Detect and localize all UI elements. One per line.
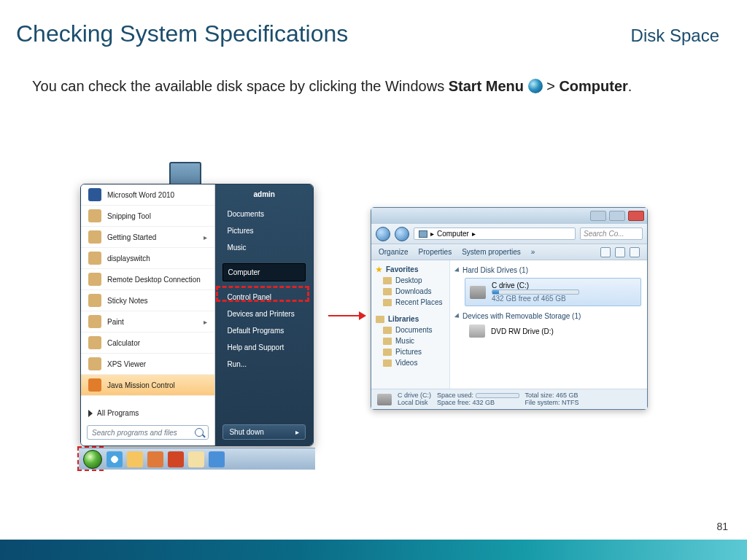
close-button[interactable] bbox=[628, 211, 644, 221]
start-item[interactable]: Snipping Tool bbox=[81, 206, 214, 227]
taskbar-paint-icon[interactable] bbox=[188, 451, 204, 467]
search-icon bbox=[195, 428, 204, 437]
sidebar-item[interactable]: Recent Places bbox=[376, 297, 445, 308]
sidebar-favorites-header[interactable]: ★Favorites bbox=[376, 264, 445, 275]
start-link[interactable]: Control Panel bbox=[222, 289, 306, 306]
drive-dvd[interactable]: DVD RW Drive (D:) bbox=[465, 322, 641, 341]
category-removable[interactable]: Devices with Removable Storage (1) bbox=[456, 311, 641, 322]
toolbar-properties[interactable]: Properties bbox=[419, 248, 452, 256]
sidebar-item[interactable]: Desktop bbox=[376, 275, 445, 286]
taskbar-media-icon[interactable] bbox=[147, 451, 163, 467]
start-link[interactable]: Pictures bbox=[222, 222, 306, 239]
nav-back-button[interactable] bbox=[376, 227, 390, 241]
status-fs: File system: NTFS bbox=[525, 400, 579, 407]
drive-c[interactable]: C drive (C:) 432 GB free of 465 GB bbox=[465, 278, 641, 306]
start-item[interactable]: XPS Viewer bbox=[81, 354, 214, 375]
start-item[interactable]: Calculator bbox=[81, 332, 214, 354]
start-item-label: Microsoft Word 2010 bbox=[107, 191, 174, 199]
start-user-name: admin bbox=[222, 190, 306, 206]
page-title: Checking System Specifications bbox=[16, 20, 348, 47]
sidebar-item[interactable]: Pictures bbox=[376, 346, 445, 357]
library-icon bbox=[383, 327, 392, 334]
maximize-button[interactable] bbox=[609, 211, 625, 221]
start-search-input[interactable]: Search programs and files bbox=[87, 425, 209, 440]
explorer-titlebar bbox=[371, 208, 647, 224]
preview-icon[interactable] bbox=[615, 247, 625, 257]
drive-icon bbox=[470, 286, 486, 299]
start-item[interactable]: displayswitch bbox=[81, 248, 214, 269]
explorer-sidebar: ★Favorites DesktopDownloadsRecent Places… bbox=[371, 260, 450, 389]
arrow-right-icon bbox=[88, 410, 93, 417]
app-icon bbox=[88, 378, 101, 392]
sidebar-item-label: Pictures bbox=[395, 348, 422, 356]
taskbar-app-icon[interactable] bbox=[209, 451, 225, 467]
dvd-icon bbox=[469, 324, 485, 338]
favorites-label: Favorites bbox=[386, 265, 418, 273]
toolbar-sysprops[interactable]: System properties bbox=[462, 248, 521, 256]
app-icon bbox=[88, 315, 101, 328]
start-link[interactable]: Run... bbox=[222, 356, 306, 373]
breadcrumb-text: Computer bbox=[437, 230, 469, 238]
start-item[interactable]: Sticky Notes bbox=[81, 290, 214, 311]
drive-free: 432 GB free of 465 GB bbox=[492, 295, 636, 303]
category-hdd[interactable]: Hard Disk Drives (1) bbox=[456, 265, 641, 276]
start-menu: Microsoft Word 2010Snipping ToolGetting … bbox=[80, 184, 314, 446]
chevron-right-icon: ▸ bbox=[295, 428, 299, 436]
start-item-label: XPS Viewer bbox=[107, 360, 146, 368]
view-icon[interactable] bbox=[600, 247, 611, 257]
start-link[interactable]: Documents bbox=[222, 206, 306, 222]
start-item-label: Calculator bbox=[107, 339, 140, 347]
sidebar-item[interactable]: Downloads bbox=[376, 286, 445, 297]
start-item[interactable]: Microsoft Word 2010 bbox=[81, 184, 214, 206]
start-item-label: Getting Started bbox=[107, 233, 156, 241]
sidebar-item[interactable]: Videos bbox=[376, 357, 445, 368]
toolbar-organize[interactable]: Organize bbox=[379, 248, 409, 256]
sidebar-item-label: Music bbox=[395, 337, 414, 345]
start-item-label: displayswitch bbox=[107, 254, 150, 262]
intro-text: You can check the available disk space b… bbox=[32, 78, 449, 94]
intro-bold-computer: Computer bbox=[559, 78, 627, 94]
start-orb-icon bbox=[528, 79, 543, 93]
all-programs[interactable]: All Programs bbox=[81, 404, 214, 422]
taskbar bbox=[79, 448, 315, 470]
start-link[interactable]: Devices and Printers bbox=[222, 306, 306, 322]
taskbar-powerpoint-icon[interactable] bbox=[168, 451, 184, 467]
start-item-label: Paint bbox=[107, 318, 124, 326]
app-icon bbox=[88, 209, 101, 222]
libraries-label: Libraries bbox=[388, 315, 419, 323]
sidebar-item[interactable]: Documents bbox=[376, 324, 445, 335]
sidebar-item-label: Recent Places bbox=[395, 298, 442, 306]
app-icon bbox=[88, 336, 101, 349]
start-item[interactable]: Java Mission Control bbox=[81, 375, 214, 396]
taskbar-explorer-icon[interactable] bbox=[127, 451, 143, 467]
dvd-label: DVD RW Drive (D:) bbox=[491, 327, 554, 335]
explorer-search-input[interactable]: Search Co... bbox=[580, 228, 643, 240]
sidebar-item-label: Desktop bbox=[395, 276, 422, 284]
chevron-right-icon: ▸ bbox=[204, 318, 207, 326]
breadcrumb[interactable]: ▸ Computer ▸ bbox=[414, 228, 576, 240]
status-drive-icon bbox=[377, 394, 392, 405]
minimize-button[interactable] bbox=[590, 211, 606, 221]
start-link[interactable]: Default Programs bbox=[222, 322, 306, 339]
start-orb-button[interactable] bbox=[83, 450, 102, 469]
shutdown-label: Shut down bbox=[229, 428, 263, 436]
start-link[interactable]: Music bbox=[222, 239, 306, 256]
start-link[interactable]: Help and Support bbox=[222, 339, 306, 356]
start-item-label: Snipping Tool bbox=[107, 212, 151, 220]
shutdown-button[interactable]: Shut down ▸ bbox=[222, 424, 306, 440]
all-programs-label: All Programs bbox=[97, 409, 139, 417]
app-icon bbox=[88, 273, 101, 286]
folder-icon bbox=[383, 288, 392, 295]
taskbar-ie-icon[interactable] bbox=[107, 451, 123, 467]
sidebar-item[interactable]: Music bbox=[376, 335, 445, 346]
nav-fwd-button[interactable] bbox=[395, 227, 409, 241]
status-usage-bar bbox=[476, 393, 519, 398]
library-icon bbox=[383, 349, 392, 356]
start-item[interactable]: Getting Started▸ bbox=[81, 227, 214, 248]
start-item[interactable]: Paint▸ bbox=[81, 311, 214, 332]
start-item[interactable]: Remote Desktop Connection bbox=[81, 269, 214, 290]
toolbar-more[interactable]: » bbox=[531, 248, 535, 256]
start-link-computer[interactable]: Computer bbox=[222, 263, 306, 281]
help-icon[interactable] bbox=[630, 247, 640, 257]
sidebar-libraries-header[interactable]: Libraries bbox=[376, 314, 445, 324]
